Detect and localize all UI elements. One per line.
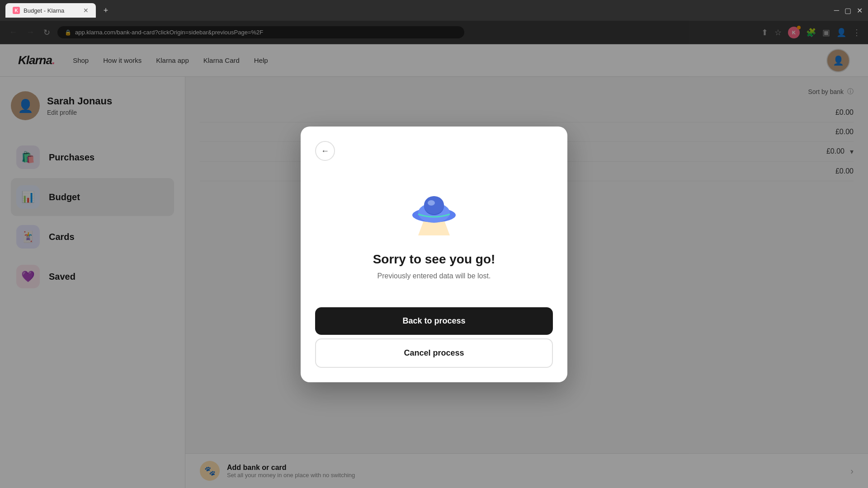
tab-favicon: K xyxy=(13,7,20,14)
back-to-process-button[interactable]: Back to process xyxy=(315,307,553,335)
back-arrow-icon: ← xyxy=(321,146,329,156)
modal-overlay: ← xyxy=(0,21,868,488)
svg-point-10 xyxy=(428,200,435,206)
cancel-process-button[interactable]: Cancel process xyxy=(315,338,553,368)
maximize-button[interactable]: ▢ xyxy=(844,6,851,15)
tab-title: Budget - Klarna xyxy=(24,7,64,14)
browser-chrome: K Budget - Klarna ✕ + ─ ▢ ✕ xyxy=(0,0,868,21)
minimize-button[interactable]: ─ xyxy=(834,6,839,14)
modal-dialog: ← xyxy=(301,127,567,382)
new-tab-button[interactable]: + xyxy=(99,4,112,17)
tab-close-button[interactable]: ✕ xyxy=(83,7,89,14)
modal-subtitle: Previously entered data will be lost. xyxy=(315,272,553,280)
modal-back-button[interactable]: ← xyxy=(315,141,335,161)
close-window-button[interactable]: ✕ xyxy=(857,6,863,15)
browser-tab[interactable]: K Budget - Klarna ✕ xyxy=(5,3,96,18)
modal-illustration xyxy=(315,179,553,238)
svg-point-9 xyxy=(424,196,444,214)
ufo-svg xyxy=(398,179,470,238)
modal-title: Sorry to see you go! xyxy=(315,252,553,267)
window-controls: ─ ▢ ✕ xyxy=(834,6,863,15)
